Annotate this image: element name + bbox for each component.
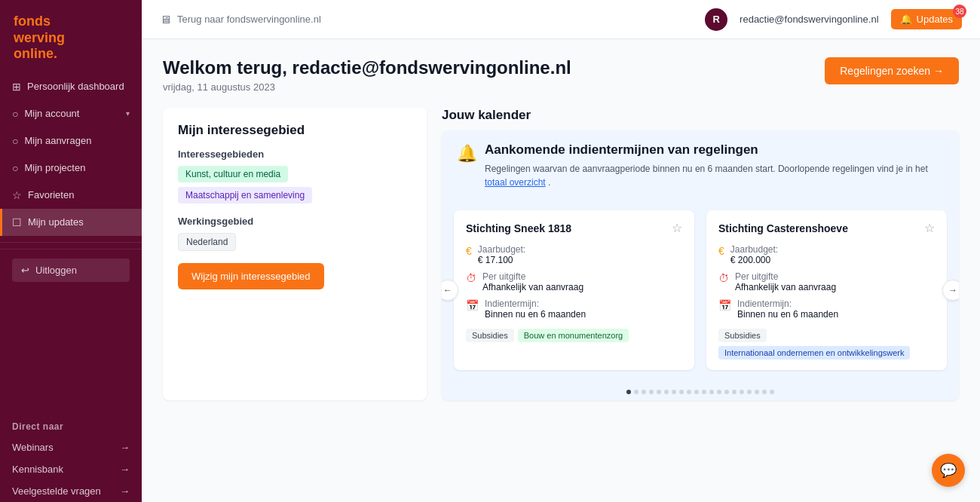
updates-button[interactable]: 🔔 Updates 38 — [891, 9, 962, 29]
sidebar-item-aanvragen[interactable]: ○ Mijn aanvragen — [0, 127, 142, 155]
card-sneek: Stichting Sneek 1818 ☆ € Jaarbudget: € 1… — [454, 210, 694, 370]
interest-panel: Mijn interessegebied Interessegebieden K… — [163, 108, 427, 400]
direct-item-faq[interactable]: Veelgestelde vragen → — [0, 480, 142, 502]
logo-text: fonds werving online. — [14, 14, 128, 63]
tag-maatschappij: Maatschappij en samenleving — [178, 187, 312, 204]
sidebar-item-favorieten[interactable]: ☆ Favorieten — [0, 182, 142, 209]
card-uitgifte-1: ⏱ Per uitgifte Afhankelijk van aanvraag — [466, 271, 682, 292]
carousel-dot[interactable] — [717, 390, 721, 394]
carousel-dot[interactable] — [672, 390, 676, 394]
calendar-header-title: Aankomende indientermijnen van regelinge… — [485, 142, 944, 158]
carousel-dot[interactable] — [747, 390, 752, 394]
logo: fonds werving online. — [0, 0, 142, 73]
sidebar-item-projecten[interactable]: ○ Mijn projecten — [0, 155, 142, 182]
carousel-dot[interactable] — [762, 390, 767, 394]
arrow-icon: → — [120, 442, 130, 453]
updates-label: Updates — [917, 14, 953, 25]
page-date: vrijdag, 11 augustus 2023 — [163, 81, 571, 93]
carousel-dot[interactable] — [702, 390, 706, 394]
carousel-dot[interactable] — [657, 390, 661, 394]
webinars-label: Webinars — [12, 442, 54, 453]
carousel-dot[interactable] — [642, 390, 646, 394]
sidebar-item-dashboard[interactable]: ⊞ Persoonlijk dashboard — [0, 73, 142, 100]
sidebar-item-updates[interactable]: ☐ Mijn updates — [0, 209, 142, 236]
direct-item-kennisbank[interactable]: Kennisbank → — [0, 458, 142, 480]
card-jaarbudget-1: € Jaarbudget: € 17.100 — [466, 244, 682, 265]
carousel-dot[interactable] — [740, 390, 744, 394]
carousel-dot[interactable] — [732, 390, 737, 394]
chevron-down-icon: ▾ — [126, 109, 130, 118]
calendar-header: 🔔 Aankomende indientermijnen van regelin… — [442, 130, 959, 198]
euro-icon-1: € — [466, 245, 472, 257]
arrow-icon: → — [120, 464, 130, 475]
tag-kunst: Kunst, cultuur en media — [178, 166, 288, 182]
sidebar-item-label: Mijn aanvragen — [24, 135, 91, 146]
sidebar-nav: ⊞ Persoonlijk dashboard ○ Mijn account ▾… — [0, 73, 142, 502]
bell-calendar-icon: 🔔 — [457, 144, 477, 164]
monitor-icon: 🖥 — [160, 13, 171, 26]
interest-panel-title: Mijn interessegebied — [178, 123, 412, 138]
back-link[interactable]: Terug naar fondswervingonline.nl — [177, 14, 321, 25]
page-title: Welkom terug, redactie@fondswervingonlin… — [163, 57, 571, 78]
carousel-dot[interactable] — [664, 390, 669, 394]
bell-icon: 🔔 — [900, 14, 912, 25]
carousel-dot[interactable] — [724, 390, 729, 394]
topbar-right: R redactie@fondswervingonline.nl 🔔 Updat… — [705, 8, 962, 31]
chat-button[interactable]: 💬 — [932, 454, 965, 487]
carousel-dot[interactable] — [694, 390, 699, 394]
card-casterenshoeve-header: Stichting Casterenshoeve ☆ — [718, 221, 935, 235]
card-uitgifte-2: ⏱ Per uitgifte Afhankelijk van aanvraag — [718, 271, 935, 292]
logout-section: ↩ Uitloggen — [0, 249, 142, 291]
user-email: redactie@fondswervingonline.nl — [740, 14, 878, 25]
calendar-section-title: Jouw kalender — [442, 108, 959, 123]
totaal-overzicht-link[interactable]: totaal overzicht — [485, 177, 546, 188]
edit-interest-button[interactable]: Wijzig mijn interessegebied — [178, 263, 324, 289]
carousel-dot[interactable] — [755, 390, 759, 394]
direct-naar-label: Direct naar — [0, 411, 142, 436]
carousel-dot[interactable] — [649, 390, 654, 394]
card-casterenshoeve-title: Stichting Casterenshoeve — [718, 222, 848, 234]
kennisbank-label: Kennisbank — [12, 464, 63, 475]
card-sneek-tags: Subsidies Bouw en monumentenzorg — [466, 329, 682, 342]
carousel-dot[interactable] — [709, 390, 714, 394]
topbar-left: 🖥 Terug naar fondswervingonline.nl — [160, 13, 321, 26]
carousel-dot[interactable] — [770, 390, 774, 394]
card-termijn-1: 📅 Indientermijn: Binnen nu en 6 maanden — [466, 298, 682, 320]
calendar-panel: Jouw kalender 🔔 Aankomende indientermijn… — [442, 108, 959, 400]
next-arrow[interactable]: → — [942, 280, 959, 301]
avatar: R — [705, 8, 727, 31]
calendar-icon-1: 📅 — [466, 299, 479, 311]
carousel-dot[interactable] — [679, 390, 684, 394]
account-icon: ○ — [12, 108, 18, 120]
calendar-header-text: Aankomende indientermijnen van regelinge… — [485, 142, 944, 189]
topbar: 🖥 Terug naar fondswervingonline.nl R red… — [142, 0, 980, 39]
clock-icon-2: ⏱ — [718, 272, 729, 284]
card-sneek-title: Stichting Sneek 1818 — [466, 222, 571, 234]
favorite-star-1[interactable]: ☆ — [672, 221, 682, 235]
card-jaarbudget-2: € Jaarbudget: € 200.000 — [718, 244, 935, 265]
carousel-dot[interactable] — [634, 390, 639, 394]
aanvragen-icon: ○ — [12, 135, 18, 147]
card-casterenshoeve: Stichting Casterenshoeve ☆ € Jaarbudget:… — [706, 210, 947, 370]
card-sneek-header: Stichting Sneek 1818 ☆ — [466, 221, 682, 235]
tag-subsidies-1: Subsidies — [466, 329, 514, 342]
page-content: Welkom terug, redactie@fondswervingonlin… — [142, 39, 980, 502]
page-header: Welkom terug, redactie@fondswervingonlin… — [163, 57, 959, 93]
search-button[interactable]: Regelingen zoeken → — [825, 57, 959, 84]
direct-item-webinars[interactable]: Webinars → — [0, 436, 142, 458]
logout-label: Uitloggen — [35, 265, 77, 276]
tag-bouw: Bouw en monumentenzorg — [518, 329, 629, 342]
sidebar: fonds werving online. ⊞ Persoonlijk dash… — [0, 0, 142, 502]
updates-badge: 38 — [953, 5, 966, 18]
logout-icon: ↩ — [21, 265, 29, 276]
sidebar-item-label: Mijn updates — [28, 216, 84, 228]
favorite-star-2[interactable]: ☆ — [924, 221, 935, 235]
tag-internationaal: Internationaal ondernemen en ontwikkelin… — [718, 346, 910, 360]
logout-button[interactable]: ↩ Uitloggen — [12, 259, 130, 282]
interest-tags: Kunst, cultuur en media Maatschappij en … — [178, 166, 412, 204]
sidebar-item-account[interactable]: ○ Mijn account ▾ — [0, 100, 142, 127]
carousel-dot[interactable] — [626, 390, 631, 394]
clock-icon-1: ⏱ — [466, 272, 476, 284]
projecten-icon: ○ — [12, 162, 18, 174]
carousel-dot[interactable] — [687, 390, 691, 394]
